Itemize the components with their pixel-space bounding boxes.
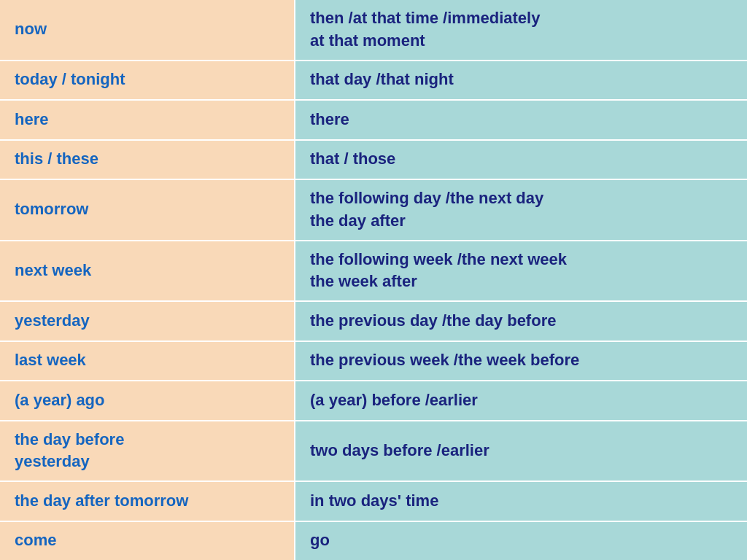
table-row: (a year) ago(a year) before /earlier (0, 381, 747, 421)
cell-right-1: that day /that night (295, 61, 747, 99)
cell-right-8: (a year) before /earlier (295, 381, 747, 419)
cell-right-text-9: two days before /earlier (310, 440, 489, 462)
cell-left-5: next week (0, 241, 295, 301)
cell-right-4: the following day /the next day the day … (295, 180, 747, 240)
cell-left-6: yesterday (0, 302, 295, 340)
cell-right-9: two days before /earlier (295, 421, 747, 481)
cell-right-text-10: in two days' time (310, 490, 438, 513)
cell-left-2: here (0, 101, 295, 139)
cell-left-1: today / tonight (0, 61, 295, 99)
table-row: this / thesethat / those (0, 141, 747, 180)
cell-left-0: now (0, 0, 295, 60)
cell-right-text-3: that / those (310, 148, 395, 171)
cell-right-2: there (295, 101, 747, 139)
table-row: last weekthe previous week /the week bef… (0, 342, 747, 381)
cell-left-text-6: yesterday (15, 310, 90, 332)
cell-right-text-8: (a year) before /earlier (310, 389, 478, 412)
table-row: today / tonightthat day /that night (0, 61, 747, 101)
cell-right-text-11: go (310, 529, 330, 552)
cell-right-text-5: the following week /the next week the we… (310, 249, 567, 294)
cell-left-text-2: here (15, 109, 48, 131)
cell-left-text-3: this / these (15, 148, 98, 171)
cell-left-10: the day after tomorrow (0, 482, 295, 520)
table-row: tomorrowthe following day /the next day … (0, 180, 747, 241)
table-row: herethere (0, 101, 747, 140)
cell-left-text-7: last week (15, 349, 86, 372)
table-row: comego (0, 522, 747, 560)
cell-left-text-11: come (15, 529, 56, 552)
cell-left-8: (a year) ago (0, 381, 295, 419)
cell-right-10: in two days' time (295, 482, 747, 520)
cell-right-3: that / those (295, 141, 747, 179)
table-row: the day before yesterdaytwo days before … (0, 421, 747, 483)
cell-left-text-10: the day after tomorrow (15, 490, 188, 513)
cell-right-11: go (295, 522, 747, 560)
table-row: yesterdaythe previous day /the day befor… (0, 302, 747, 341)
cell-right-6: the previous day /the day before (295, 302, 747, 340)
table-row: the day after tomorrowin two days' time (0, 482, 747, 521)
cell-left-7: last week (0, 342, 295, 380)
cell-left-9: the day before yesterday (0, 421, 295, 481)
cell-left-text-8: (a year) ago (15, 389, 105, 412)
cell-left-text-1: today / tonight (15, 69, 125, 91)
cell-right-text-4: the following day /the next day the day … (310, 187, 543, 233)
cell-left-text-5: next week (15, 260, 91, 282)
cell-left-text-4: tomorrow (15, 198, 88, 221)
table-row: nowthen /at that time /immediately at th… (0, 0, 747, 61)
main-table: nowthen /at that time /immediately at th… (0, 0, 747, 560)
cell-right-text-6: the previous day /the day before (310, 310, 556, 332)
table-row: next weekthe following week /the next we… (0, 241, 747, 303)
cell-right-text-0: then /at that time /immediately at that … (310, 7, 540, 52)
cell-right-0: then /at that time /immediately at that … (295, 0, 747, 60)
cell-right-text-2: there (310, 109, 349, 131)
cell-right-5: the following week /the next week the we… (295, 241, 747, 301)
cell-right-text-7: the previous week /the week before (310, 349, 579, 372)
cell-left-3: this / these (0, 141, 295, 179)
cell-right-text-1: that day /that night (310, 69, 454, 91)
cell-left-text-9: the day before yesterday (15, 429, 124, 474)
cell-left-4: tomorrow (0, 180, 295, 240)
cell-right-7: the previous week /the week before (295, 342, 747, 380)
cell-left-11: come (0, 522, 295, 560)
cell-left-text-0: now (15, 18, 47, 41)
